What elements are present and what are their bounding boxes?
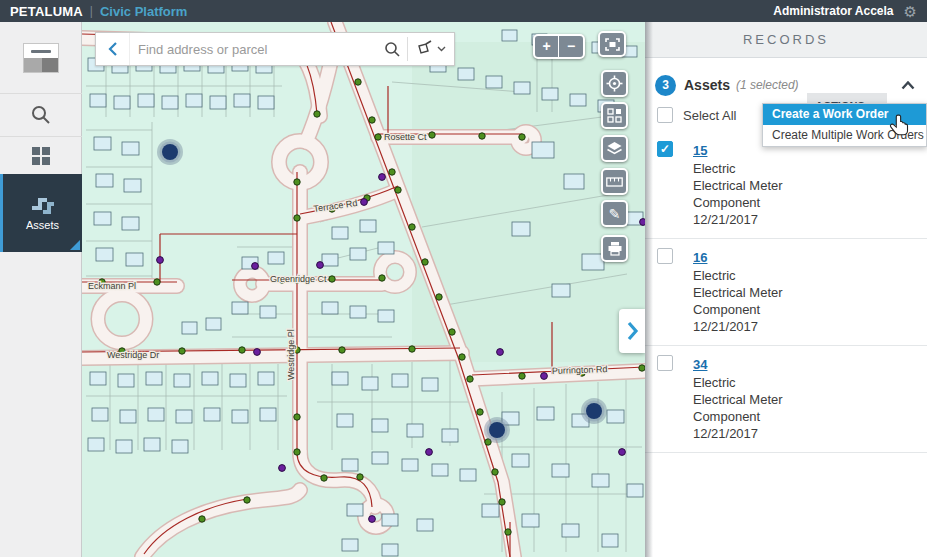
zoom-control: + − <box>533 34 585 59</box>
record-row: 34 Electric Electrical Meter Component 1… <box>645 346 927 453</box>
record-subtype: Electrical Meter <box>693 177 783 194</box>
search-icon <box>384 41 401 58</box>
record-type: Electric <box>693 160 783 177</box>
records-panel-title: RECORDS <box>645 22 927 58</box>
chevron-up-icon <box>901 81 915 90</box>
street-label-greenridge: Greenridge Ct <box>270 274 327 284</box>
menu-item-create-multiple-work-orders[interactable]: Create Multiple Work Orders <box>763 125 926 146</box>
select-all-checkbox[interactable] <box>657 107 673 123</box>
records-list: 15 Electric Electrical Meter Component 1… <box>645 132 927 453</box>
street-label-westridge-dr: Westridge Dr <box>107 350 159 360</box>
brand-name: PETALUMA <box>10 4 83 19</box>
record-kind: Component <box>693 408 783 425</box>
layers-icon <box>606 141 623 156</box>
count-badge: 3 <box>655 75 676 96</box>
basemap-button[interactable] <box>601 102 628 129</box>
street-label-westridge-pl: Westridge Pl <box>286 329 296 380</box>
record-id-link[interactable]: 16 <box>693 250 707 265</box>
asset-marker[interactable] <box>581 398 607 424</box>
select-tool-button[interactable] <box>408 33 454 65</box>
record-kind: Component <box>693 301 783 318</box>
panel-collapse-tab[interactable] <box>619 309 645 353</box>
street-label-eckmann: Eckmann Pl <box>88 281 136 291</box>
record-row: 15 Electric Electrical Meter Component 1… <box>645 132 927 239</box>
layers-button[interactable] <box>601 135 628 162</box>
record-date: 12/21/2017 <box>693 318 783 335</box>
record-id-link[interactable]: 34 <box>693 357 707 372</box>
record-row: 16 Electric Electrical Meter Component 1… <box>645 239 927 346</box>
records-panel: RECORDS 3 Assets (1 selected) Select All… <box>645 22 927 557</box>
pipe-icon <box>30 195 56 215</box>
form-icon <box>23 43 59 73</box>
panel-resize-corner[interactable] <box>70 240 80 250</box>
ruler-icon <box>606 177 623 187</box>
full-extent-button[interactable] <box>598 31 626 57</box>
locate-button[interactable] <box>601 70 628 97</box>
actions-menu: Create a Work Order Create Multiple Work… <box>762 103 927 147</box>
record-subtype: Electrical Meter <box>693 284 783 301</box>
street-label-rosette: Rosette Ct <box>384 132 427 142</box>
basemap-icon <box>607 108 622 123</box>
group-name: Assets <box>684 77 730 93</box>
measure-button[interactable] <box>601 168 628 195</box>
record-kind: Component <box>693 194 783 211</box>
current-user: Administrator Accela <box>773 4 893 18</box>
record-checkbox[interactable] <box>657 141 673 157</box>
gear-icon[interactable]: ⚙ <box>904 4 917 19</box>
record-date: 12/21/2017 <box>693 425 783 442</box>
chevron-left-icon <box>107 41 119 57</box>
polygon-select-icon <box>416 40 434 58</box>
record-date: 12/21/2017 <box>693 211 783 228</box>
left-sidebar: Assets <box>0 22 82 557</box>
record-id-link[interactable]: 15 <box>693 143 707 158</box>
back-button[interactable] <box>96 33 130 65</box>
chevron-right-icon <box>626 321 639 341</box>
top-bar: PETALUMA | Civic Platform Administrator … <box>0 0 927 22</box>
record-subtype: Electrical Meter <box>693 391 783 408</box>
record-checkbox[interactable] <box>657 355 673 371</box>
sidebar-assets-label: Assets <box>26 219 59 231</box>
full-extent-icon <box>605 38 620 51</box>
selection-note: (1 selected) <box>736 78 799 92</box>
print-button[interactable] <box>601 235 628 262</box>
map-canvas[interactable]: Rosette Ct Terrace Rd Greenridge Ct Eckm… <box>82 22 645 557</box>
printer-icon <box>607 241 623 256</box>
zoom-in-button[interactable]: + <box>535 36 559 57</box>
menu-item-create-work-order[interactable]: Create a Work Order <box>763 104 926 125</box>
sidebar-item-apps[interactable] <box>0 137 82 174</box>
search-submit-button[interactable] <box>377 33 407 65</box>
record-type: Electric <box>693 267 783 284</box>
locate-icon <box>606 75 623 92</box>
draw-button[interactable]: ✎ <box>601 200 628 227</box>
product-name: Civic Platform <box>100 4 187 19</box>
map-area: Rosette Ct Terrace Rd Greenridge Ct Eckm… <box>82 22 645 557</box>
select-all-label: Select All <box>683 108 736 123</box>
sidebar-item-assets[interactable]: Assets <box>0 174 82 252</box>
record-type: Electric <box>693 374 783 391</box>
pencil-icon: ✎ <box>609 206 621 222</box>
record-checkbox[interactable] <box>657 248 673 264</box>
sidebar-item-forms[interactable] <box>0 22 82 94</box>
chevron-down-icon <box>437 46 446 52</box>
search-input[interactable] <box>130 33 377 65</box>
map-search-bar <box>95 32 455 66</box>
sidebar-item-search[interactable] <box>0 94 82 137</box>
street-label-purrington: Purrington Rd <box>552 364 608 376</box>
zoom-out-button[interactable]: − <box>559 36 583 57</box>
collapse-group-button[interactable] <box>901 81 915 90</box>
asset-marker[interactable] <box>157 139 183 165</box>
search-icon <box>30 104 52 126</box>
brand-divider: | <box>90 4 93 18</box>
grid-icon <box>32 147 50 165</box>
asset-marker[interactable] <box>484 417 510 443</box>
